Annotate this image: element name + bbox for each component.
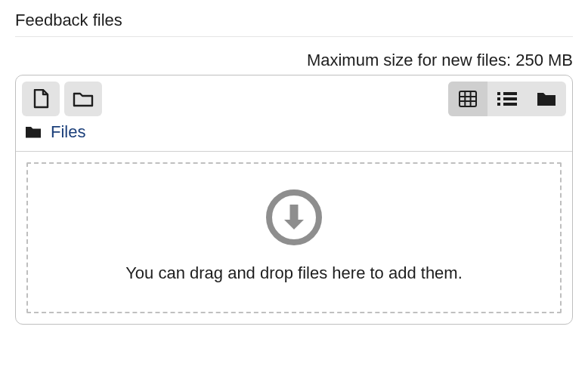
view-list-button[interactable] — [487, 82, 527, 116]
svg-rect-0 — [460, 91, 476, 106]
toolbar-left-group — [22, 82, 102, 116]
svg-rect-9 — [497, 103, 500, 106]
file-icon — [32, 89, 49, 109]
svg-rect-6 — [503, 92, 517, 95]
breadcrumb: Files — [16, 122, 572, 152]
max-file-size-label: Maximum size for new files: 250 MB — [15, 51, 573, 70]
file-picker-toolbar — [16, 75, 572, 122]
folder-solid-icon — [537, 91, 556, 107]
grid-icon — [459, 91, 477, 107]
svg-rect-8 — [503, 97, 517, 100]
breadcrumb-root-link[interactable]: Files — [51, 122, 85, 142]
folder-solid-icon — [25, 125, 42, 139]
create-folder-button[interactable] — [64, 82, 102, 116]
svg-rect-7 — [497, 97, 500, 100]
section-title: Feedback files — [15, 11, 573, 37]
add-file-button[interactable] — [22, 82, 60, 116]
download-circle-icon — [265, 188, 323, 247]
file-picker-panel: Files You can drag and drop files here t… — [15, 75, 573, 325]
file-dropzone[interactable]: You can drag and drop files here to add … — [26, 162, 562, 313]
svg-rect-10 — [503, 103, 517, 106]
view-tree-button[interactable] — [527, 82, 566, 116]
dropzone-container: You can drag and drop files here to add … — [16, 152, 572, 324]
view-icons-button[interactable] — [448, 82, 487, 116]
svg-rect-5 — [497, 92, 500, 95]
list-icon — [497, 91, 517, 106]
dropzone-hint-text: You can drag and drop files here to add … — [125, 263, 463, 283]
view-mode-group — [448, 82, 566, 116]
folder-outline-icon — [73, 90, 94, 108]
